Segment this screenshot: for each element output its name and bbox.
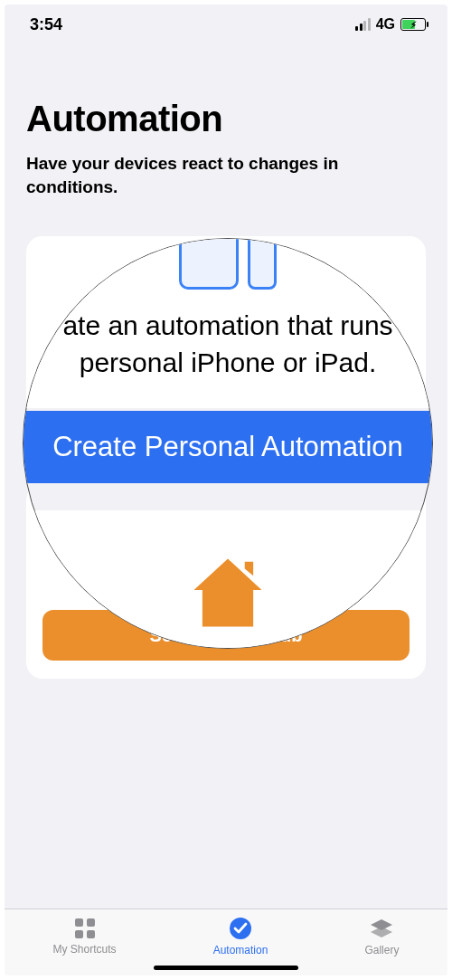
status-right: 4G ⚡︎ [355,16,426,33]
svg-rect-1 [87,918,95,927]
layers-icon [369,916,394,941]
page-header: Automation Have your devices react to ch… [5,44,447,214]
page-title: Automation [26,99,426,139]
battery-icon: ⚡︎ [400,18,426,31]
tab-automation[interactable]: Automation [213,916,268,956]
tab-gallery[interactable]: Gallery [364,916,399,956]
home-indicator [154,966,298,970]
home-icon [183,552,273,633]
tab-my-shortcuts[interactable]: My Shortcuts [53,917,117,956]
signal-icon [355,18,371,31]
page-subtitle: Have your devices react to changes in co… [26,152,426,198]
create-personal-automation-button[interactable]: Create Personal Automation [24,411,432,483]
tab-label: My Shortcuts [53,943,117,956]
status-time: 3:54 [30,15,62,34]
svg-rect-3 [87,930,95,938]
phone-icon [179,238,239,290]
screen: 3:54 4G ⚡︎ Automation Have your devices … [5,5,447,975]
grid-icon [73,917,97,940]
tab-label: Gallery [364,944,399,956]
svg-rect-2 [75,930,83,938]
magnifier-lens: ate an automation that runs personal iPh… [23,238,433,649]
lens-description: ate an automation that runs personal iPh… [24,290,432,408]
tablet-icon [248,238,277,290]
svg-rect-0 [75,918,83,927]
status-bar: 3:54 4G ⚡︎ [5,5,447,44]
check-circle-icon [228,916,253,941]
tab-label: Automation [213,944,268,956]
network-label: 4G [376,16,395,33]
